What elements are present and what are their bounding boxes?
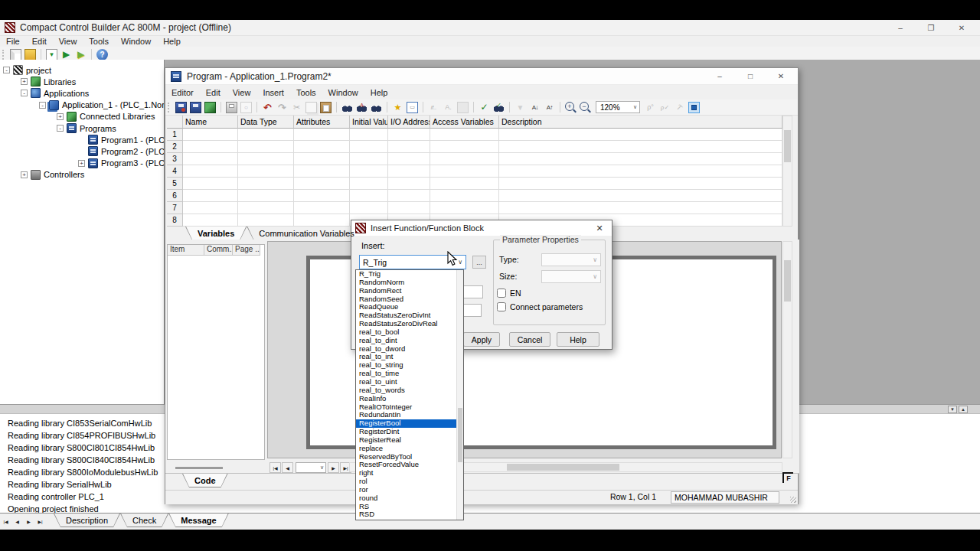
menu-item-help[interactable]: Help: [157, 37, 187, 46]
save-icon[interactable]: [190, 102, 201, 113]
help-icon[interactable]: [96, 49, 108, 60]
program-menu-item-tools[interactable]: Tools: [290, 88, 322, 97]
redo-icon[interactable]: [276, 102, 288, 113]
grid-cell[interactable]: [238, 141, 294, 153]
tab-variables[interactable]: Variables: [185, 227, 247, 240]
row-number[interactable]: 5: [167, 178, 183, 190]
wizard-icon[interactable]: [392, 102, 403, 113]
grid-header-name[interactable]: Name: [183, 116, 238, 129]
page-next-icon[interactable]: ▶: [328, 462, 339, 473]
grid-cell[interactable]: [499, 178, 782, 190]
grid-cell[interactable]: [294, 214, 350, 227]
close-button[interactable]: ✕: [946, 20, 977, 36]
grid-cell[interactable]: [238, 153, 294, 165]
tab-scroll-last-icon[interactable]: ▶|: [35, 517, 45, 527]
grid-cell[interactable]: [388, 178, 430, 190]
find-icon[interactable]: [341, 102, 353, 113]
en-checkbox[interactable]: [497, 289, 506, 298]
tree-item[interactable]: +Connected Libraries: [0, 111, 164, 122]
grid-cell[interactable]: [183, 202, 238, 214]
program-menu-item-view[interactable]: View: [227, 88, 257, 97]
minimize-button[interactable]: –: [704, 68, 735, 84]
go-online-icon[interactable]: [60, 49, 72, 60]
filter-icon[interactable]: [514, 102, 526, 113]
row-number[interactable]: 2: [167, 141, 183, 153]
row-number[interactable]: 3: [167, 153, 183, 165]
grid-cell[interactable]: [183, 153, 238, 165]
dropdown-item[interactable]: right: [356, 469, 463, 478]
row-number[interactable]: 8: [167, 214, 183, 227]
grid-cell[interactable]: [350, 202, 388, 214]
print-icon[interactable]: [226, 102, 237, 113]
grid-cell[interactable]: [430, 190, 499, 202]
expand-icon[interactable]: +: [21, 171, 28, 178]
grid-cell[interactable]: [430, 129, 499, 141]
tab-code[interactable]: Code: [182, 474, 228, 487]
tree-item[interactable]: -Programs: [0, 122, 164, 134]
if-then-icon[interactable]: [428, 102, 439, 113]
grid-cell[interactable]: [388, 141, 430, 153]
grid-cell[interactable]: [430, 165, 499, 178]
grid-cell[interactable]: [183, 165, 238, 178]
binoculars-icon[interactable]: [371, 102, 382, 113]
apply-button[interactable]: Apply: [463, 332, 500, 347]
tree-item[interactable]: +Program2 - (PLC: [0, 145, 164, 157]
expand-icon[interactable]: +: [78, 160, 85, 167]
canvas-vertical-scrollbar[interactable]: [782, 241, 792, 458]
check-icon[interactable]: [479, 102, 490, 113]
collapse-icon[interactable]: -: [39, 102, 46, 109]
browse-button[interactable]: ...: [472, 256, 486, 269]
grid-cell[interactable]: [238, 214, 294, 227]
grid-cell[interactable]: [350, 178, 388, 190]
grid-cell[interactable]: [430, 178, 499, 190]
sort-desc-icon[interactable]: [544, 102, 555, 113]
tree-item[interactable]: +Controllers: [0, 169, 164, 181]
tree-item[interactable]: +Libraries: [0, 76, 164, 87]
row-number[interactable]: 7: [167, 202, 183, 214]
grid-cell[interactable]: [294, 129, 350, 141]
paste-icon[interactable]: [320, 102, 332, 113]
program-menu-item-window[interactable]: Window: [322, 88, 364, 97]
grid-cell[interactable]: [388, 129, 430, 141]
grid-header-access-variables[interactable]: Access Variables: [430, 116, 499, 129]
dropdown-item[interactable]: RealInfo: [356, 395, 463, 403]
grid-cell[interactable]: [350, 153, 388, 165]
cancel-button[interactable]: Cancel: [509, 332, 550, 347]
grid-cell[interactable]: [294, 165, 350, 178]
zoom-in-icon[interactable]: [565, 102, 577, 113]
dropdown-item[interactable]: real_to_dint: [356, 337, 463, 345]
grid-cell[interactable]: [499, 129, 782, 141]
grid-header-attributes[interactable]: Attributes: [294, 116, 350, 129]
expand-icon[interactable]: +: [57, 113, 64, 120]
grid-cell[interactable]: [388, 153, 430, 165]
declare-icon[interactable]: [645, 102, 656, 113]
tree-item[interactable]: -Application_1 - (PLC_1.Nor: [0, 99, 164, 111]
grid-cell[interactable]: [499, 190, 782, 202]
tab-communication-variables[interactable]: Communication Variables: [247, 227, 367, 240]
menu-item-file[interactable]: File: [0, 37, 26, 46]
save-close-icon[interactable]: [175, 102, 187, 113]
zoom-out-icon[interactable]: [580, 102, 591, 113]
text-format-icon[interactable]: [443, 102, 454, 113]
wrench-icon[interactable]: [674, 102, 685, 113]
type-combobox[interactable]: ∨: [541, 253, 601, 266]
grid-cell[interactable]: [388, 165, 430, 178]
dropdown-item[interactable]: RSD: [356, 510, 463, 519]
menu-item-window[interactable]: Window: [115, 37, 157, 46]
connect-parameters-checkbox[interactable]: [497, 302, 506, 311]
list-column-item[interactable]: Item: [168, 245, 204, 256]
dropdown-item[interactable]: rol: [356, 478, 463, 486]
restore-button[interactable]: ❐: [916, 20, 946, 36]
grid-cell[interactable]: [294, 141, 350, 153]
program-menu-item-edit[interactable]: Edit: [200, 88, 227, 97]
grid-cell[interactable]: [430, 202, 499, 214]
program-menu-item-help[interactable]: Help: [364, 88, 394, 97]
open-icon[interactable]: [24, 49, 36, 60]
grid-header-i-o-address[interactable]: I/O Address: [388, 116, 430, 129]
message-box-icon[interactable]: [407, 102, 418, 113]
go-offline-icon[interactable]: [75, 49, 87, 60]
list-horizontal-scrollbar[interactable]: [175, 467, 223, 469]
grid-cell[interactable]: [388, 202, 430, 214]
grid-header-initial-value[interactable]: Initial Value: [350, 116, 388, 129]
grid-vertical-scrollbar[interactable]: [782, 116, 792, 227]
